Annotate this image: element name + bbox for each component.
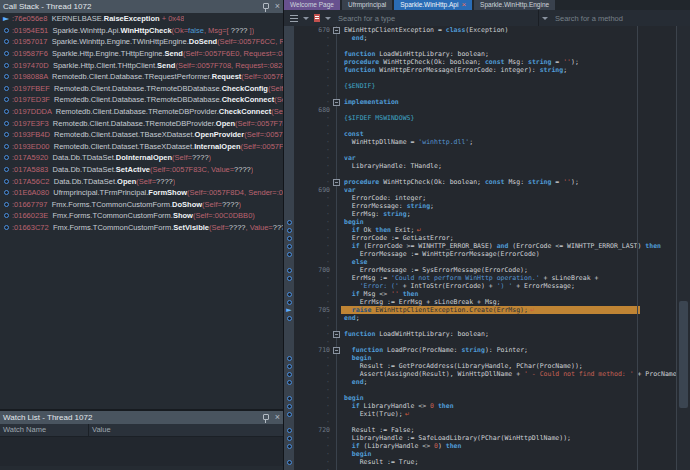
breakpoint-gutter-cell[interactable]	[284, 314, 294, 322]
stack-frame[interactable]: :019587F6 Sparkle.Http.Engine.THttpEngin…	[0, 48, 283, 60]
breakpoint-gutter-cell[interactable]	[284, 66, 294, 74]
code-line[interactable]: · if LibraryHandle <> 0 then	[284, 402, 677, 410]
code-line[interactable]: · if Ok then Exit;↵	[284, 226, 677, 234]
tab-sparkle-winhttp-api[interactable]: Sparkle.WinHttp.Api ×	[394, 0, 472, 10]
stack-frame[interactable]: :0193ED00 Remotedb.Client.Dataset.TBaseX…	[0, 141, 283, 153]
code-line[interactable]: 710 function LoadProc(ProcName: string):…	[284, 346, 677, 354]
fold-marker-icon[interactable]	[333, 99, 340, 106]
close-icon[interactable]: ×	[275, 413, 280, 422]
code-line[interactable]: ·procedure WinHttpCheck(Ok: boolean; con…	[284, 58, 677, 66]
code-line[interactable]: · ErrMsg: string;	[284, 210, 677, 218]
code-line[interactable]: ·{$ENDIF}	[284, 82, 677, 90]
breakpoint-gutter-cell[interactable]	[284, 194, 294, 202]
code-line[interactable]: · ErrorMessage := WinHttpErrorMessage(Er…	[284, 250, 677, 258]
breakpoint-gutter-cell[interactable]	[284, 386, 294, 394]
code-line[interactable]: ·	[284, 74, 677, 82]
code-line[interactable]: ·end;	[284, 314, 677, 322]
code-line[interactable]: ·function LoadWinHttpLibrary: boolean;	[284, 330, 677, 338]
code-line[interactable]: ·begin	[284, 218, 677, 226]
watch-value-column-header[interactable]: Value	[92, 425, 111, 434]
breakpoint-gutter-cell[interactable]	[284, 218, 294, 226]
breakpoint-gutter-cell[interactable]	[284, 114, 294, 122]
breakpoint-gutter-cell[interactable]	[284, 242, 294, 250]
breakpoint-gutter-cell[interactable]	[284, 370, 294, 378]
breakpoint-gutter-cell[interactable]	[284, 162, 294, 170]
stack-frame[interactable]: :017A5920 Data.Db.TDataSet.DoInternalOpe…	[0, 152, 283, 164]
breakpoint-gutter-cell[interactable]	[284, 226, 294, 234]
breakpoint-gutter-cell[interactable]	[284, 426, 294, 434]
stack-frame[interactable]: :01957017 Sparkle.Winhttp.Engine.TWinHtt…	[0, 36, 283, 48]
breakpoint-gutter-cell[interactable]	[284, 82, 294, 90]
stack-frame[interactable]: :0198088A Remotedb.Client.Database.TRequ…	[0, 71, 283, 83]
stack-frame[interactable]: :01667797 Fmx.Forms.TCommonCustomForm.Do…	[0, 199, 283, 211]
breakpoint-gutter-cell[interactable]	[284, 298, 294, 306]
breakpoint-gutter-cell[interactable]	[284, 322, 294, 330]
pin-icon[interactable]	[262, 2, 269, 11]
tab-sparkle-winhttp-engine[interactable]: Sparkle.WinHttp.Engine	[474, 0, 555, 10]
breakpoint-gutter-cell[interactable]	[284, 394, 294, 402]
breakpoint-gutter-cell[interactable]	[284, 442, 294, 450]
breakpoint-gutter-cell[interactable]	[284, 434, 294, 442]
breakpoint-gutter-cell[interactable]	[284, 90, 294, 98]
breakpoint-gutter-cell[interactable]	[284, 186, 294, 194]
code-line[interactable]: ·function WinHttpErrorMessage(ErrorCode:…	[284, 66, 677, 74]
watch-name-column-header[interactable]: Watch Name	[3, 425, 46, 434]
code-line[interactable]: · else	[284, 258, 677, 266]
breakpoint-gutter-cell[interactable]	[284, 42, 294, 50]
code-line[interactable]: · Result := True;	[284, 458, 677, 466]
breakpoint-gutter-cell[interactable]	[284, 98, 294, 106]
code-line[interactable]: · ErrMsg := ErrMsg + sLineBreak + Msg;	[284, 298, 677, 306]
code-line[interactable]: ·{$IFDEF MSWINDOWS}	[284, 114, 677, 122]
code-line[interactable]: · begin	[284, 450, 677, 458]
code-line[interactable]: · end;	[284, 34, 677, 42]
editor-scrollbar[interactable]	[676, 26, 690, 470]
breakpoint-gutter-cell[interactable]	[284, 458, 294, 466]
code-line[interactable]: ·begin	[284, 394, 677, 402]
breakpoint-gutter-cell[interactable]	[284, 178, 294, 186]
breakpoint-gutter-cell[interactable]	[284, 290, 294, 298]
breakpoint-gutter-cell[interactable]	[284, 258, 294, 266]
stack-frame[interactable]: :0197DDDA Remotedb.Client.Database.TRemo…	[0, 106, 283, 118]
code-line[interactable]: · LibraryHandle := SafeLoadLibrary(PChar…	[284, 434, 677, 442]
breakpoint-gutter-cell[interactable]	[284, 402, 294, 410]
search-type-input[interactable]: Search for a type	[338, 14, 538, 23]
breakpoint-gutter-cell[interactable]	[284, 410, 294, 418]
chevron-down-icon[interactable]	[303, 17, 309, 20]
breakpoint-gutter-cell[interactable]	[284, 154, 294, 162]
code-line[interactable]: · if (ErrorCode >= WINHTTP_ERROR_BASE) a…	[284, 242, 677, 250]
code-line[interactable]: · ErrorMessage: string;	[284, 202, 677, 210]
code-line[interactable]: ·	[284, 90, 677, 98]
breakpoint-gutter-cell[interactable]	[284, 170, 294, 178]
code-line[interactable]: ·function LoadWinHttpLibrary: boolean;	[284, 50, 677, 58]
code-line[interactable]: · Result := GetProcAddress(LibraryHandle…	[284, 362, 677, 370]
stack-frame[interactable]: :017A56C2 Data.Db.TDataSet.Open(Self=???…	[0, 175, 283, 187]
code-line[interactable]: ·	[284, 122, 677, 130]
breakpoint-gutter-cell[interactable]	[284, 250, 294, 258]
code-line[interactable]: ·	[284, 170, 677, 178]
stack-frame[interactable]: :01954E51 Sparkle.Winhttp.Api.WinHttpChe…	[0, 25, 283, 37]
unit-file-icon[interactable]	[314, 14, 320, 22]
code-line[interactable]: ·procedure WinHttpCheck(Ok: boolean; con…	[284, 178, 677, 186]
breakpoint-gutter-cell[interactable]	[284, 130, 294, 138]
code-line[interactable]: · Assert(Assigned(Result), WinHttpDllNam…	[284, 370, 677, 378]
code-line[interactable]: 700 ErrorMessage := SysErrorMessage(Erro…	[284, 266, 677, 274]
breakpoint-gutter-cell[interactable]	[284, 282, 294, 290]
code-line[interactable]: ·	[284, 466, 677, 470]
tab-ufrmprincipal[interactable]: Ufrmprincipal	[342, 0, 392, 10]
stack-frame[interactable]: :0193FB4D Remotedb.Client.Dataset.TBaseX…	[0, 129, 283, 141]
code-line[interactable]: · if Msg <> '' then	[284, 290, 677, 298]
code-line[interactable]: ·const	[284, 130, 677, 138]
breakpoint-gutter-cell[interactable]	[284, 50, 294, 58]
breakpoint-gutter-cell[interactable]	[284, 106, 294, 114]
scrollbar-thumb[interactable]	[679, 301, 688, 408]
code-line[interactable]: ·implementation	[284, 98, 677, 106]
stack-frame[interactable]: :0197FBEF Remotedb.Client.Database.TRemo…	[0, 83, 283, 95]
pin-icon[interactable]	[262, 413, 269, 422]
code-line[interactable]: ·var	[284, 154, 677, 162]
code-line[interactable]: ·	[284, 322, 677, 330]
breakpoint-gutter-cell[interactable]	[284, 58, 294, 66]
breakpoint-gutter-cell[interactable]	[284, 122, 294, 130]
breakpoint-gutter-cell[interactable]: ►	[284, 306, 294, 314]
chevron-down-icon[interactable]	[542, 17, 548, 20]
code-line[interactable]: ►705 raise EWinHttpClientException.Creat…	[284, 306, 677, 314]
